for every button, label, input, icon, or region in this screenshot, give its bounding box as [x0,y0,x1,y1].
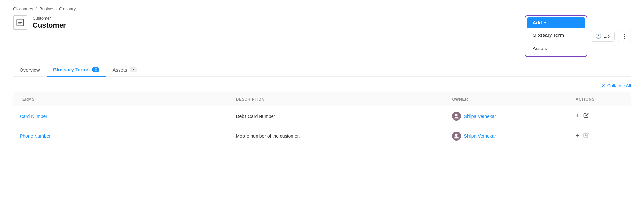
tabs-row: Overview Glossary Terms 2 Assets 8 [13,63,631,77]
term-cell-0: Card Number [13,106,230,126]
col-header-description: DESCRIPTION [229,92,445,106]
page-wrapper: Glossaries / Business_Glossary Customer … [0,0,644,209]
entity-icon [13,15,27,30]
col-header-owner: OWNER [445,92,569,106]
collapse-icon: ✕ [601,83,605,88]
actions-cell-1: + [569,126,631,146]
breadcrumb-business-glossary[interactable]: Business_Glossary [39,7,76,11]
history-icon: 🕐 [595,33,602,39]
more-icon: ⋮ [622,33,627,40]
header-actions: Add ▾ Glossary Term Assets 🕐 1.6 [525,15,631,57]
actions-cell-0: + [569,106,631,126]
edit-action-icon-0[interactable] [583,113,589,119]
tab-glossary-terms-badge: 2 [92,67,100,72]
tab-overview-label: Overview [20,67,40,73]
table-toolbar: ✕ Collapse All [13,83,631,88]
actions-cell-content-1: + [576,132,624,139]
actions-cell-content-0: + [576,113,624,119]
term-cell-1: Phone Number [13,126,230,146]
tab-glossary-terms-label: Glossary Terms [53,67,90,72]
owner-cell-content-0: Shilpa Vernekar [452,112,562,121]
entity-title: Customer [33,21,66,30]
entity-subtitle: Customer [33,16,66,21]
svg-point-4 [455,114,458,116]
tab-overview[interactable]: Overview [13,64,47,76]
svg-point-5 [455,133,458,136]
add-button[interactable]: Add ▾ [527,17,585,28]
edit-action-icon-1[interactable] [583,132,589,139]
breadcrumb: Glossaries / Business_Glossary [13,7,631,11]
dropdown-item-glossary-term[interactable]: Glossary Term [527,28,585,42]
description-cell-1: Mobile number of the customer. [229,126,445,146]
add-dropdown-outline: Add ▾ Glossary Term Assets [525,15,587,57]
owner-cell-1: Shilpa Vernekar [445,126,569,146]
tab-assets[interactable]: Assets 8 [106,64,144,76]
term-link-0[interactable]: Card Number [20,114,47,119]
owner-name-1[interactable]: Shilpa Vernekar [464,133,496,139]
collapse-all-button[interactable]: ✕ Collapse All [601,83,631,88]
header-row: Customer Customer Add ▾ Glossary Term As… [13,15,631,57]
entity-text: Customer Customer [33,16,66,30]
owner-name-0[interactable]: Shilpa Vernekar [464,114,496,119]
tab-assets-label: Assets [112,67,127,73]
tab-glossary-terms[interactable]: Glossary Terms 2 [47,63,106,77]
breadcrumb-glossaries[interactable]: Glossaries [13,7,33,11]
table-row: Phone Number Mobile number of the custom… [13,126,631,146]
owner-cell-content-1: Shilpa Vernekar [452,132,562,141]
col-header-actions: ACTIONS [569,92,631,106]
more-button[interactable]: ⋮ [618,30,631,42]
avatar-1 [452,132,461,141]
dropdown-menu: Glossary Term Assets [527,28,585,55]
data-table: TERMS DESCRIPTION OWNER ACTIONS Card Num… [13,92,631,146]
add-action-icon-0[interactable]: + [576,113,579,119]
version-button[interactable]: 🕐 1.6 [591,31,615,42]
description-cell-0: Debit Card Number [229,106,445,126]
col-header-terms: TERMS [13,92,230,106]
table-row: Card Number Debit Card Number Shilpa Ver… [13,106,631,126]
breadcrumb-separator: / [35,7,37,11]
version-label: 1.6 [604,34,610,39]
add-action-icon-1[interactable]: + [576,132,579,139]
term-link-1[interactable]: Phone Number [20,133,50,139]
owner-cell-0: Shilpa Vernekar [445,106,569,126]
entity-info: Customer Customer [13,15,66,30]
collapse-all-label: Collapse All [607,83,631,88]
add-button-label: Add [533,20,542,25]
table-header-row: TERMS DESCRIPTION OWNER ACTIONS [13,92,631,106]
chevron-down-icon: ▾ [544,21,546,25]
dropdown-item-assets[interactable]: Assets [527,42,585,55]
avatar-0 [452,112,461,121]
tab-assets-badge: 8 [130,67,137,72]
